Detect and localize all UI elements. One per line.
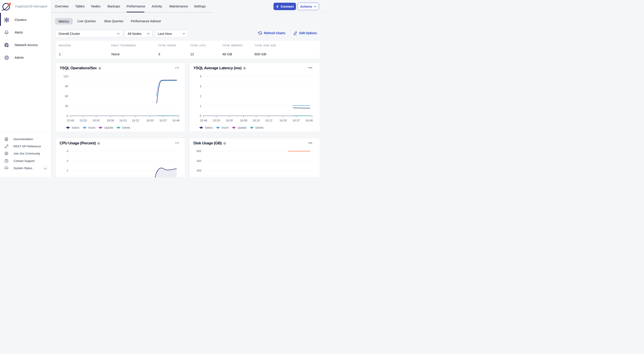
svg-text:16:22: 16:22 bbox=[132, 119, 139, 122]
svg-text:60: 60 bbox=[65, 94, 68, 98]
svg-text:16:15: 16:15 bbox=[252, 119, 260, 122]
svg-text:3: 3 bbox=[200, 85, 201, 88]
svg-text:16:37: 16:37 bbox=[292, 119, 300, 122]
svg-text:30: 30 bbox=[65, 104, 68, 108]
svg-text:16:37: 16:37 bbox=[159, 119, 166, 122]
svg-text:600: 600 bbox=[196, 149, 202, 153]
svg-text:16:22: 16:22 bbox=[265, 119, 272, 122]
svg-text:450: 450 bbox=[196, 159, 202, 163]
svg-text:15:46: 15:46 bbox=[66, 119, 74, 122]
svg-text:16:30: 16:30 bbox=[279, 119, 287, 122]
svg-text:15:53: 15:53 bbox=[213, 119, 220, 122]
svg-text:3: 3 bbox=[66, 159, 68, 163]
svg-text:15:53: 15:53 bbox=[79, 119, 87, 122]
svg-text:16:08: 16:08 bbox=[240, 119, 247, 122]
svg-text:2: 2 bbox=[200, 94, 201, 98]
svg-text:90: 90 bbox=[65, 85, 68, 88]
svg-text:16:30: 16:30 bbox=[146, 119, 154, 122]
svg-text:16:46: 16:46 bbox=[172, 119, 180, 122]
svg-text:4: 4 bbox=[200, 75, 201, 78]
svg-text:16:46: 16:46 bbox=[306, 119, 313, 122]
svg-text:2: 2 bbox=[66, 169, 68, 172]
svg-text:120: 120 bbox=[63, 75, 68, 78]
svg-text:15:46: 15:46 bbox=[200, 119, 207, 122]
svg-text:16:08: 16:08 bbox=[107, 119, 114, 122]
svg-text:300: 300 bbox=[196, 169, 202, 172]
svg-text:1: 1 bbox=[200, 104, 201, 108]
svg-text:0: 0 bbox=[66, 114, 68, 118]
svg-text:4: 4 bbox=[66, 149, 68, 153]
svg-text:0: 0 bbox=[200, 114, 201, 118]
svg-text:16:15: 16:15 bbox=[119, 119, 127, 122]
svg-text:16:00: 16:00 bbox=[92, 119, 100, 122]
svg-text:16:00: 16:00 bbox=[226, 119, 233, 122]
